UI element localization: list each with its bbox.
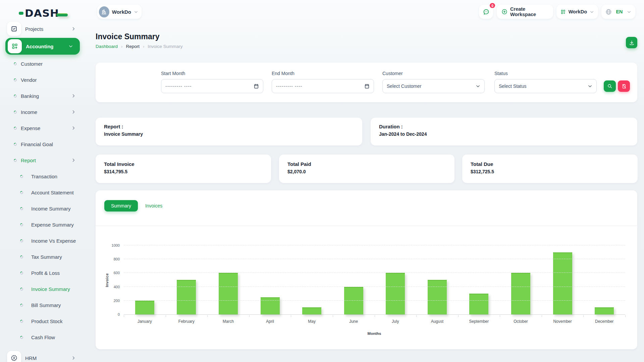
sidebar-item-banking[interactable]: Banking <box>0 88 88 104</box>
chevron-right-icon <box>71 94 76 98</box>
workspace-avatar-building-icon <box>99 6 109 17</box>
breadcrumb: Dashboard › Report › Invoice Summary <box>96 44 183 49</box>
x-label-december: December <box>583 319 625 324</box>
apply-filter-button[interactable] <box>604 80 616 92</box>
tab-summary[interactable]: Summary <box>104 200 138 212</box>
workspace-menu[interactable]: WorkDo <box>556 5 598 19</box>
sidebar-item-expense-summary[interactable]: Expense Summary <box>0 217 88 233</box>
page-title: Invoice Summary <box>96 32 159 41</box>
workspace-switcher[interactable]: WorkDo <box>97 5 142 19</box>
circle-plus-icon <box>501 8 507 15</box>
sidebar-item-label: Customer <box>21 61 88 67</box>
bar-may[interactable] <box>302 307 321 314</box>
sidebar-item-report[interactable]: Report <box>0 152 88 168</box>
search-icon <box>607 83 612 89</box>
sidebar-item-projects[interactable]: Projects <box>0 21 88 37</box>
logo-accent-bar <box>56 13 68 16</box>
sidebar-item-account-statement[interactable]: Account Statement <box>0 184 88 200</box>
sidebar-item-label: Invoice Summary <box>31 286 88 292</box>
start-month-input[interactable]: --------- ---- <box>161 79 263 93</box>
y-tick-label: 1000 <box>112 243 120 247</box>
customer-select[interactable]: Select Customer <box>382 79 485 93</box>
reset-filter-button[interactable] <box>618 80 630 92</box>
sidebar-item-customer[interactable]: Customer <box>0 56 88 72</box>
sidebar-item-invoice-summary[interactable]: Invoice Summary <box>0 281 88 297</box>
report-name-card: Report : Invoice Summary <box>96 118 362 145</box>
breadcrumb-report[interactable]: Report <box>126 44 140 49</box>
sidebar-item-income-vs-expense[interactable]: Income Vs Expense <box>0 233 88 249</box>
chevron-down-icon <box>68 44 73 49</box>
sidebar-item-product-stock[interactable]: Product Stock <box>0 313 88 329</box>
sidebar-item-bill-summary[interactable]: Bill Summary <box>0 297 88 313</box>
create-workspace-button[interactable]: Create Workspace <box>497 5 553 19</box>
bar-january[interactable] <box>135 301 154 314</box>
breadcrumb-current: Invoice Summary <box>148 44 182 49</box>
chevron-down-icon <box>590 10 594 14</box>
end-month-input[interactable]: --------- ---- <box>272 79 374 93</box>
download-report-button[interactable] <box>626 37 637 48</box>
sidebar-item-income[interactable]: Income <box>0 104 88 120</box>
sidebar-item-label: Profit & Loss <box>31 270 88 276</box>
y-tick-label: 0 <box>118 312 120 316</box>
workspace-name: WorkDo <box>112 9 131 15</box>
download-icon <box>629 40 635 46</box>
chevron-down-icon <box>476 84 480 88</box>
calendar-icon <box>364 83 370 89</box>
sidebar-item-profit-loss[interactable]: Profit & Loss <box>0 265 88 281</box>
end-month-label: End Month <box>272 71 374 76</box>
hrm-user-icon <box>7 351 21 362</box>
chevron-right-icon: › <box>121 44 122 49</box>
sidebar-item-label: Account Statement <box>31 190 88 195</box>
message-bubble-icon <box>483 8 490 15</box>
bar-march[interactable] <box>219 273 238 314</box>
breadcrumb-dashboard[interactable]: Dashboard <box>96 44 118 49</box>
language-selector[interactable]: EN <box>601 5 635 19</box>
sidebar-item-transaction[interactable]: Transaction <box>0 168 88 184</box>
tabs-divider <box>96 226 637 226</box>
projects-checkbox-icon <box>7 22 21 36</box>
bar-september[interactable] <box>469 294 488 314</box>
bullet-icon <box>13 158 17 162</box>
sidebar-item-label: Expense Summary <box>31 222 88 228</box>
x-axis-labels: JanuaryFebruaryMarchAprilMayJuneJulyAugu… <box>124 319 625 324</box>
sidebar-item-financial-goal[interactable]: Financial Goal <box>0 136 88 152</box>
x-axis-ticks <box>124 315 625 317</box>
bullet-icon <box>19 319 23 323</box>
report-tabs: Summary Invoices <box>104 200 164 212</box>
start-month-label: Start Month <box>161 71 263 76</box>
brand-logo[interactable]: DASH <box>19 7 68 19</box>
sidebar-item-vendor[interactable]: Vendor <box>0 72 88 88</box>
x-label-june: June <box>333 319 375 324</box>
bar-april[interactable] <box>261 297 280 315</box>
sidebar-item-label: Product Stock <box>31 318 88 324</box>
bullet-icon <box>13 126 17 130</box>
bar-november[interactable] <box>553 252 572 314</box>
bar-october[interactable] <box>511 273 530 314</box>
sidebar-item-cash-flow[interactable]: Cash Flow <box>0 329 88 345</box>
sidebar-item-expense[interactable]: Expense <box>0 120 88 136</box>
bar-august[interactable] <box>428 280 447 314</box>
sidebar-item-label: Accounting <box>26 44 68 49</box>
x-label-may: May <box>291 319 333 324</box>
sidebar-item-tax-summary[interactable]: Tax Summary <box>0 249 88 265</box>
sidebar-item-hrm[interactable]: HRM <box>0 350 88 362</box>
bar-december[interactable] <box>595 307 614 314</box>
bullet-icon <box>19 255 23 259</box>
customer-label: Customer <box>382 71 485 76</box>
sidebar-item-accounting[interactable]: Accounting <box>5 38 80 55</box>
sidebar-item-label: Report <box>21 158 71 163</box>
bullet-icon <box>13 78 17 82</box>
sidebar-item-label: Projects <box>25 26 71 32</box>
total-value: $312,725.5 <box>471 169 629 174</box>
tab-invoices[interactable]: Invoices <box>144 200 164 212</box>
bar-february[interactable] <box>177 280 196 314</box>
total-label: Total Paid <box>287 161 446 167</box>
messages-button[interactable]: 0 <box>479 5 493 19</box>
status-select[interactable]: Select Status <box>494 79 597 93</box>
x-label-march: March <box>207 319 249 324</box>
y-tick-label: 600 <box>114 271 120 275</box>
gridline <box>124 259 625 259</box>
sidebar-item-income-summary[interactable]: Income Summary <box>0 200 88 217</box>
x-label-july: July <box>374 319 416 324</box>
bar-july[interactable] <box>386 273 405 314</box>
